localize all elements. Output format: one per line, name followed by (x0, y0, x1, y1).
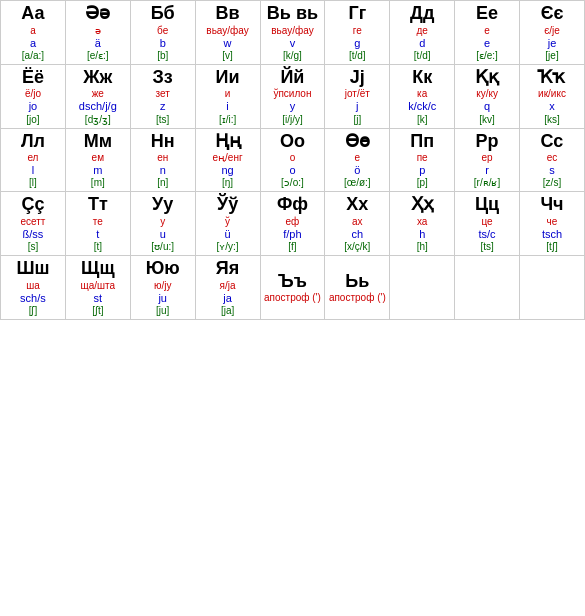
letter-ipa: [i/j/y] (262, 114, 324, 126)
letter-main: Рр (456, 131, 518, 153)
letter-ipa: [r/ʀ/ʁ] (456, 177, 518, 189)
letter-name: я/ja (197, 280, 259, 292)
cell-r0-c7: Ее е e [ɛ/e:] (455, 1, 520, 65)
letter-main: Юю (132, 258, 194, 280)
letter-latin: r (456, 164, 518, 177)
letter-ipa: [ʏ/y:] (197, 241, 259, 253)
letter-latin: q (456, 100, 518, 113)
cell-r2-c7: Рр ер r [r/ʀ/ʁ] (455, 128, 520, 192)
letter-latin: ü (197, 228, 259, 241)
letter-latin: s (521, 164, 583, 177)
cell-r2-c1: Мм ем m [m] (65, 128, 130, 192)
letter-main: Ққ (456, 67, 518, 89)
letter-name: є/je (521, 25, 583, 37)
cell-r4-c1: Щщ ща/шта st [ʃt] (65, 256, 130, 320)
cell-r1-c2: Зз зет z [ts] (130, 64, 195, 128)
letter-main: Тт (67, 194, 129, 216)
letter-name: зет (132, 88, 194, 100)
letter-ipa: [v] (197, 50, 259, 62)
letter-main: Фф (262, 194, 324, 216)
alphabet-table: Аа а a [a/a:] Әә ə ä [e/ɛ:] Бб бе b [b] … (0, 0, 585, 320)
letter-main: Ҳҳ (391, 194, 453, 216)
cell-r0-c0: Аа а a [a/a:] (1, 1, 66, 65)
letter-ipa: [tʃ] (521, 241, 583, 253)
letter-latin: z (132, 100, 194, 113)
cell-r2-c0: Лл ел l [l] (1, 128, 66, 192)
cell-r4-c0: Шш ша sch/s [ʃ] (1, 256, 66, 320)
letter-name: вьау/фау (197, 25, 259, 37)
cell-r1-c7: Ққ ку/ку q [kv] (455, 64, 520, 128)
cell-r4-c6 (390, 256, 455, 320)
letter-name: jот/ёт (326, 88, 388, 100)
letter-latin: sch/s (2, 292, 64, 305)
letter-main: Әә (67, 3, 129, 25)
letter-latin: je (521, 37, 583, 50)
cell-r3-c5: Хх ах ch [x/ç/k] (325, 192, 390, 256)
letter-main: Ее (456, 3, 518, 25)
letter-name: е (326, 152, 388, 164)
letter-ipa: [x/ç/k] (326, 241, 388, 253)
letter-ipa: [t/d] (391, 50, 453, 62)
cell-r2-c3: Ңң ең/енг ng [ŋ] (195, 128, 260, 192)
letter-main: Аа (2, 3, 64, 25)
letter-name: ўпсилон (262, 88, 324, 100)
letter-main: Сс (521, 131, 583, 153)
cell-r3-c7: Цц це ts/c [ts] (455, 192, 520, 256)
letter-ipa: [jo] (2, 114, 64, 126)
letter-ipa: [b] (132, 50, 194, 62)
letter-name: ел (2, 152, 64, 164)
letter-latin: ß/ss (2, 228, 64, 241)
cell-r4-c4: Ъъ апостроф (') (260, 256, 325, 320)
letter-name: есетт (2, 216, 64, 228)
letter-main: Нн (132, 131, 194, 153)
letter-name: ик/икс (521, 88, 583, 100)
letter-name: ем (67, 152, 129, 164)
letter-name: о (262, 152, 324, 164)
letter-name: еф (262, 216, 324, 228)
letter-name: ең/енг (197, 152, 259, 164)
cell-r3-c8: Чч че tsch [tʃ] (520, 192, 585, 256)
letter-name: апостроф (') (262, 292, 324, 304)
letter-name: ес (521, 152, 583, 164)
letter-ipa: [œ/ø:] (326, 177, 388, 189)
letter-name: ен (132, 152, 194, 164)
letter-name: ер (456, 152, 518, 164)
cell-r0-c2: Бб бе b [b] (130, 1, 195, 65)
cell-r1-c3: Ии и i [ɪ/i:] (195, 64, 260, 128)
letter-main: Вь вь (262, 3, 324, 25)
letter-name: че (521, 216, 583, 228)
letter-main: Чч (521, 194, 583, 216)
cell-r0-c4: Вь вь вьау/фау v [k/g] (260, 1, 325, 65)
cell-r1-c5: Jj jот/ёт j [j] (325, 64, 390, 128)
cell-r1-c6: Кк ка k/ck/c [k] (390, 64, 455, 128)
letter-main: Йй (262, 67, 324, 89)
letter-main: Уу (132, 194, 194, 216)
letter-ipa: [f] (262, 241, 324, 253)
letter-name: те (67, 216, 129, 228)
letter-main: Дд (391, 3, 453, 25)
letter-latin: a (2, 37, 64, 50)
letter-name: це (456, 216, 518, 228)
cell-r2-c6: Пп пе p [p] (390, 128, 455, 192)
letter-name: апостроф (') (326, 292, 388, 304)
letter-main: Єє (521, 3, 583, 25)
letter-name: пе (391, 152, 453, 164)
letter-main: Вв (197, 3, 259, 25)
letter-name: вьау/фау (262, 25, 324, 37)
letter-ipa: [j] (326, 114, 388, 126)
cell-r0-c6: Дд де d [t/d] (390, 1, 455, 65)
letter-name: е (456, 25, 518, 37)
letter-latin: y (262, 100, 324, 113)
letter-ipa: [ja] (197, 305, 259, 317)
letter-ipa: [k] (391, 114, 453, 126)
cell-r3-c0: Çç есетт ß/ss [s] (1, 192, 66, 256)
letter-name: ə (67, 25, 129, 37)
cell-r0-c5: Гг ге g [t/d] (325, 1, 390, 65)
letter-ipa: [ŋ] (197, 177, 259, 189)
letter-main: Өө (326, 131, 388, 153)
cell-r2-c4: Оо о o [ɔ/o:] (260, 128, 325, 192)
letter-ipa: [k/g] (262, 50, 324, 62)
letter-latin: o (262, 164, 324, 177)
letter-ipa: [ts] (132, 114, 194, 126)
letter-latin: st (67, 292, 129, 305)
